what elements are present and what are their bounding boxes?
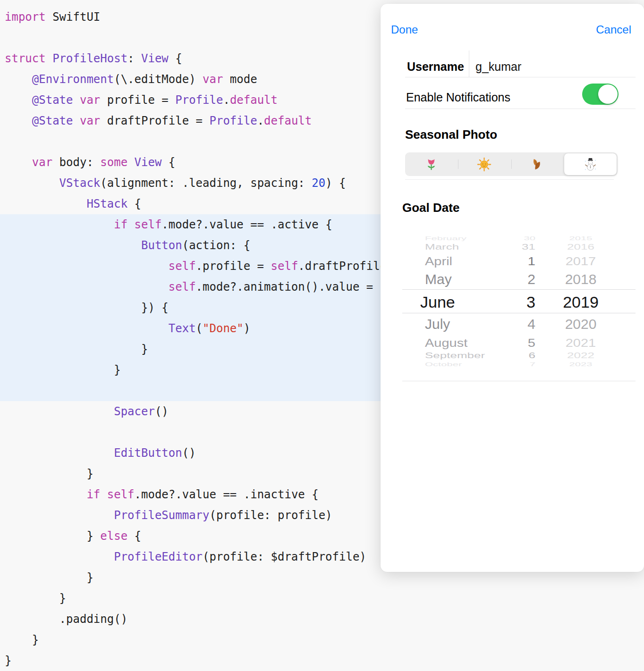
picker-day: 1 <box>492 253 535 269</box>
picker-month: April <box>425 253 452 269</box>
profile-editor-popover: Done Cancel Username Enable Notification… <box>381 4 644 572</box>
segment-summer[interactable] <box>458 152 511 176</box>
picker-day: 5 <box>492 335 535 351</box>
picker-year: 2018 <box>558 270 603 288</box>
field-divider <box>469 50 469 77</box>
seasonal-photo-label: Seasonal Photo <box>405 127 497 142</box>
picker-month: June <box>420 293 455 311</box>
picker-year: 2023 <box>558 360 603 369</box>
picker-selection-line <box>402 289 636 290</box>
done-button[interactable]: Done <box>391 23 418 36</box>
picker-month: March <box>425 241 459 253</box>
code-line: } <box>0 629 644 650</box>
username-label: Username <box>407 59 464 74</box>
picker-day: 7 <box>492 360 535 369</box>
picker-month: May <box>425 270 452 288</box>
row-divider <box>405 77 636 77</box>
picker-month: October <box>425 360 462 369</box>
goal-date-label: Goal Date <box>402 201 459 215</box>
picker-day: 2 <box>492 270 535 288</box>
enable-notifications-label: Enable Notifications <box>406 90 510 104</box>
segment-winter[interactable] <box>564 153 617 175</box>
tulip-icon <box>424 157 439 172</box>
picker-month: August <box>425 335 467 351</box>
code-line: } <box>0 588 644 609</box>
picker-row[interactable]: March312016 <box>402 241 636 253</box>
username-input[interactable] <box>475 59 627 74</box>
picker-year: 2021 <box>558 335 603 351</box>
snowman-icon <box>583 157 598 172</box>
picker-row[interactable]: May22018 <box>402 270 636 288</box>
segment-separator <box>458 159 458 169</box>
row-divider <box>405 179 614 180</box>
picker-row[interactable]: July42020 <box>402 315 636 333</box>
goal-date-picker[interactable]: February302015March312016April12017May22… <box>402 229 636 379</box>
picker-day: 31 <box>492 241 535 253</box>
picker-year: 2020 <box>558 315 603 333</box>
segment-autumn[interactable] <box>510 152 563 176</box>
picker-day: 3 <box>492 293 535 311</box>
row-divider <box>402 381 636 381</box>
picker-year: 2019 <box>558 293 603 311</box>
picker-year: 2016 <box>558 241 603 253</box>
row-divider <box>405 109 636 109</box>
picker-row[interactable]: April12017 <box>402 253 636 269</box>
code-line: } <box>0 650 644 671</box>
picker-row[interactable]: June32019 <box>402 293 636 311</box>
notifications-toggle[interactable] <box>582 84 619 105</box>
picker-selection-line <box>402 313 636 313</box>
toggle-knob <box>598 84 618 104</box>
segment-spring[interactable] <box>405 152 458 176</box>
code-line: .padding() <box>0 609 644 629</box>
seasonal-photo-segmented-control <box>405 152 618 176</box>
picker-year: 2017 <box>558 253 603 269</box>
sun-icon <box>477 157 491 172</box>
autumn-leaves-icon <box>529 157 544 172</box>
picker-day: 4 <box>492 315 535 333</box>
cancel-button[interactable]: Cancel <box>596 23 631 36</box>
picker-row[interactable]: October72023 <box>402 360 636 369</box>
picker-row[interactable]: August52021 <box>402 335 636 351</box>
picker-month: July <box>425 315 450 333</box>
segment-separator <box>511 159 512 169</box>
